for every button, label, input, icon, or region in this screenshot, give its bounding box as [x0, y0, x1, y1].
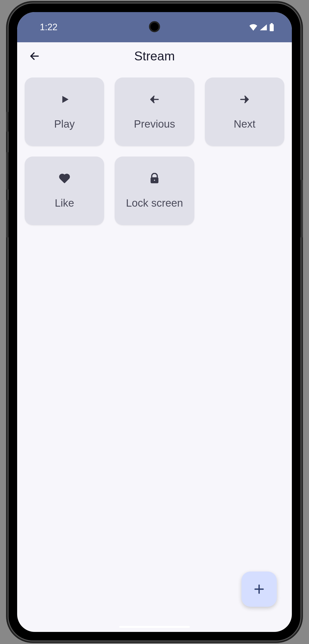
signal-icon	[260, 24, 267, 31]
tile-next[interactable]: Next	[205, 78, 284, 146]
status-time: 1:22	[40, 22, 57, 32]
status-icons	[249, 23, 274, 31]
content: Play Previous Next	[17, 70, 292, 632]
phone-side-button	[300, 180, 303, 238]
wifi-icon	[249, 24, 258, 31]
phone-frame: 1:22 Stream Play	[8, 3, 301, 641]
tile-label: Previous	[134, 118, 175, 130]
app-bar: Stream	[17, 42, 292, 70]
home-indicator[interactable]	[119, 626, 190, 628]
tile-grid: Play Previous Next	[25, 78, 284, 225]
tile-like[interactable]: Like	[25, 157, 104, 225]
tile-lock-screen[interactable]: Lock screen	[115, 157, 194, 225]
back-button[interactable]	[26, 47, 43, 65]
phone-side-button	[6, 112, 9, 132]
tile-play[interactable]: Play	[25, 78, 104, 146]
phone-side-button	[6, 200, 9, 238]
arrow-left-icon	[148, 93, 161, 105]
page-title: Stream	[17, 49, 292, 63]
tile-label: Like	[55, 197, 74, 209]
svg-rect-0	[270, 24, 274, 31]
tile-label: Play	[54, 118, 75, 130]
heart-icon	[58, 172, 71, 184]
add-button[interactable]	[241, 572, 277, 607]
phone-camera	[149, 21, 160, 32]
plus-icon	[253, 583, 265, 595]
tile-label: Next	[234, 118, 255, 130]
screen: 1:22 Stream Play	[17, 12, 292, 632]
svg-rect-1	[271, 23, 273, 24]
phone-side-button	[6, 152, 9, 190]
tile-label: Lock screen	[126, 197, 183, 209]
svg-point-6	[154, 179, 156, 181]
play-icon	[58, 93, 71, 105]
battery-icon	[269, 23, 274, 31]
back-arrow-icon	[29, 51, 40, 62]
tile-previous[interactable]: Previous	[115, 78, 194, 146]
arrow-right-icon	[238, 93, 251, 105]
lock-icon	[148, 172, 161, 184]
